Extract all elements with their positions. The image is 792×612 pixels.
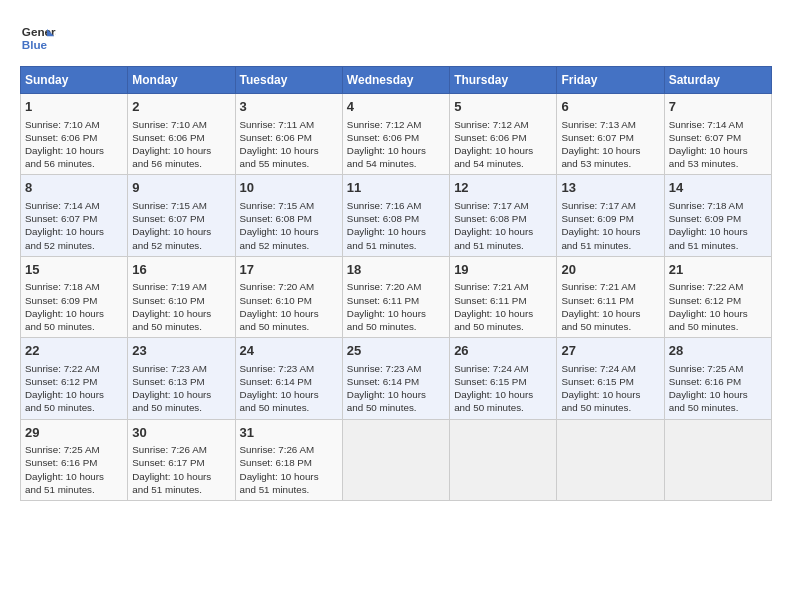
day-number: 22 <box>25 342 123 360</box>
day-detail: Sunrise: 7:26 AMSunset: 6:18 PMDaylight:… <box>240 443 338 496</box>
day-detail: Sunrise: 7:23 AMSunset: 6:14 PMDaylight:… <box>240 362 338 415</box>
svg-text:General: General <box>22 25 56 38</box>
calendar-cell: 21Sunrise: 7:22 AMSunset: 6:12 PMDayligh… <box>664 256 771 337</box>
day-number: 17 <box>240 261 338 279</box>
calendar-cell: 5Sunrise: 7:12 AMSunset: 6:06 PMDaylight… <box>450 94 557 175</box>
day-detail: Sunrise: 7:15 AMSunset: 6:07 PMDaylight:… <box>132 199 230 252</box>
day-detail: Sunrise: 7:26 AMSunset: 6:17 PMDaylight:… <box>132 443 230 496</box>
day-detail: Sunrise: 7:17 AMSunset: 6:09 PMDaylight:… <box>561 199 659 252</box>
day-number: 23 <box>132 342 230 360</box>
calendar-cell: 26Sunrise: 7:24 AMSunset: 6:15 PMDayligh… <box>450 338 557 419</box>
calendar-cell: 15Sunrise: 7:18 AMSunset: 6:09 PMDayligh… <box>21 256 128 337</box>
day-number: 27 <box>561 342 659 360</box>
column-header-monday: Monday <box>128 67 235 94</box>
calendar-cell <box>557 419 664 500</box>
column-header-thursday: Thursday <box>450 67 557 94</box>
calendar-cell: 9Sunrise: 7:15 AMSunset: 6:07 PMDaylight… <box>128 175 235 256</box>
calendar-cell <box>450 419 557 500</box>
calendar-cell: 20Sunrise: 7:21 AMSunset: 6:11 PMDayligh… <box>557 256 664 337</box>
column-header-tuesday: Tuesday <box>235 67 342 94</box>
day-detail: Sunrise: 7:24 AMSunset: 6:15 PMDaylight:… <box>561 362 659 415</box>
day-detail: Sunrise: 7:22 AMSunset: 6:12 PMDaylight:… <box>25 362 123 415</box>
calendar-cell: 10Sunrise: 7:15 AMSunset: 6:08 PMDayligh… <box>235 175 342 256</box>
day-number: 19 <box>454 261 552 279</box>
day-detail: Sunrise: 7:25 AMSunset: 6:16 PMDaylight:… <box>25 443 123 496</box>
day-number: 29 <box>25 424 123 442</box>
calendar-cell <box>342 419 449 500</box>
day-number: 20 <box>561 261 659 279</box>
calendar-cell: 3Sunrise: 7:11 AMSunset: 6:06 PMDaylight… <box>235 94 342 175</box>
calendar-cell <box>664 419 771 500</box>
day-detail: Sunrise: 7:20 AMSunset: 6:11 PMDaylight:… <box>347 280 445 333</box>
day-detail: Sunrise: 7:10 AMSunset: 6:06 PMDaylight:… <box>25 118 123 171</box>
day-detail: Sunrise: 7:15 AMSunset: 6:08 PMDaylight:… <box>240 199 338 252</box>
day-detail: Sunrise: 7:12 AMSunset: 6:06 PMDaylight:… <box>454 118 552 171</box>
day-number: 10 <box>240 179 338 197</box>
svg-text:Blue: Blue <box>22 38 48 51</box>
calendar-week-5: 29Sunrise: 7:25 AMSunset: 6:16 PMDayligh… <box>21 419 772 500</box>
calendar-header-row: SundayMondayTuesdayWednesdayThursdayFrid… <box>21 67 772 94</box>
calendar-cell: 18Sunrise: 7:20 AMSunset: 6:11 PMDayligh… <box>342 256 449 337</box>
day-number: 15 <box>25 261 123 279</box>
day-number: 1 <box>25 98 123 116</box>
calendar-cell: 12Sunrise: 7:17 AMSunset: 6:08 PMDayligh… <box>450 175 557 256</box>
day-number: 18 <box>347 261 445 279</box>
calendar-cell: 1Sunrise: 7:10 AMSunset: 6:06 PMDaylight… <box>21 94 128 175</box>
day-number: 21 <box>669 261 767 279</box>
day-detail: Sunrise: 7:18 AMSunset: 6:09 PMDaylight:… <box>669 199 767 252</box>
calendar-table: SundayMondayTuesdayWednesdayThursdayFrid… <box>20 66 772 501</box>
day-number: 25 <box>347 342 445 360</box>
day-detail: Sunrise: 7:21 AMSunset: 6:11 PMDaylight:… <box>561 280 659 333</box>
calendar-week-3: 15Sunrise: 7:18 AMSunset: 6:09 PMDayligh… <box>21 256 772 337</box>
day-number: 26 <box>454 342 552 360</box>
day-detail: Sunrise: 7:17 AMSunset: 6:08 PMDaylight:… <box>454 199 552 252</box>
day-detail: Sunrise: 7:12 AMSunset: 6:06 PMDaylight:… <box>347 118 445 171</box>
calendar-cell: 6Sunrise: 7:13 AMSunset: 6:07 PMDaylight… <box>557 94 664 175</box>
logo-icon: General Blue <box>20 20 56 56</box>
day-number: 5 <box>454 98 552 116</box>
column-header-saturday: Saturday <box>664 67 771 94</box>
day-number: 6 <box>561 98 659 116</box>
calendar-cell: 31Sunrise: 7:26 AMSunset: 6:18 PMDayligh… <box>235 419 342 500</box>
day-detail: Sunrise: 7:10 AMSunset: 6:06 PMDaylight:… <box>132 118 230 171</box>
day-number: 3 <box>240 98 338 116</box>
calendar-cell: 24Sunrise: 7:23 AMSunset: 6:14 PMDayligh… <box>235 338 342 419</box>
calendar-week-4: 22Sunrise: 7:22 AMSunset: 6:12 PMDayligh… <box>21 338 772 419</box>
day-number: 7 <box>669 98 767 116</box>
calendar-cell: 14Sunrise: 7:18 AMSunset: 6:09 PMDayligh… <box>664 175 771 256</box>
calendar-cell: 11Sunrise: 7:16 AMSunset: 6:08 PMDayligh… <box>342 175 449 256</box>
day-detail: Sunrise: 7:11 AMSunset: 6:06 PMDaylight:… <box>240 118 338 171</box>
day-number: 12 <box>454 179 552 197</box>
day-number: 9 <box>132 179 230 197</box>
day-detail: Sunrise: 7:13 AMSunset: 6:07 PMDaylight:… <box>561 118 659 171</box>
day-number: 8 <box>25 179 123 197</box>
column-header-friday: Friday <box>557 67 664 94</box>
day-detail: Sunrise: 7:25 AMSunset: 6:16 PMDaylight:… <box>669 362 767 415</box>
calendar-cell: 4Sunrise: 7:12 AMSunset: 6:06 PMDaylight… <box>342 94 449 175</box>
day-number: 13 <box>561 179 659 197</box>
calendar-cell: 8Sunrise: 7:14 AMSunset: 6:07 PMDaylight… <box>21 175 128 256</box>
day-detail: Sunrise: 7:14 AMSunset: 6:07 PMDaylight:… <box>669 118 767 171</box>
calendar-cell: 19Sunrise: 7:21 AMSunset: 6:11 PMDayligh… <box>450 256 557 337</box>
day-number: 30 <box>132 424 230 442</box>
calendar-week-1: 1Sunrise: 7:10 AMSunset: 6:06 PMDaylight… <box>21 94 772 175</box>
calendar-cell: 22Sunrise: 7:22 AMSunset: 6:12 PMDayligh… <box>21 338 128 419</box>
day-detail: Sunrise: 7:14 AMSunset: 6:07 PMDaylight:… <box>25 199 123 252</box>
day-number: 4 <box>347 98 445 116</box>
day-number: 16 <box>132 261 230 279</box>
day-detail: Sunrise: 7:16 AMSunset: 6:08 PMDaylight:… <box>347 199 445 252</box>
calendar-cell: 25Sunrise: 7:23 AMSunset: 6:14 PMDayligh… <box>342 338 449 419</box>
day-detail: Sunrise: 7:23 AMSunset: 6:14 PMDaylight:… <box>347 362 445 415</box>
calendar-cell: 13Sunrise: 7:17 AMSunset: 6:09 PMDayligh… <box>557 175 664 256</box>
day-detail: Sunrise: 7:20 AMSunset: 6:10 PMDaylight:… <box>240 280 338 333</box>
day-detail: Sunrise: 7:22 AMSunset: 6:12 PMDaylight:… <box>669 280 767 333</box>
calendar-cell: 2Sunrise: 7:10 AMSunset: 6:06 PMDaylight… <box>128 94 235 175</box>
column-header-wednesday: Wednesday <box>342 67 449 94</box>
day-number: 31 <box>240 424 338 442</box>
day-number: 28 <box>669 342 767 360</box>
day-number: 24 <box>240 342 338 360</box>
column-header-sunday: Sunday <box>21 67 128 94</box>
calendar-cell: 28Sunrise: 7:25 AMSunset: 6:16 PMDayligh… <box>664 338 771 419</box>
calendar-cell: 29Sunrise: 7:25 AMSunset: 6:16 PMDayligh… <box>21 419 128 500</box>
day-detail: Sunrise: 7:18 AMSunset: 6:09 PMDaylight:… <box>25 280 123 333</box>
